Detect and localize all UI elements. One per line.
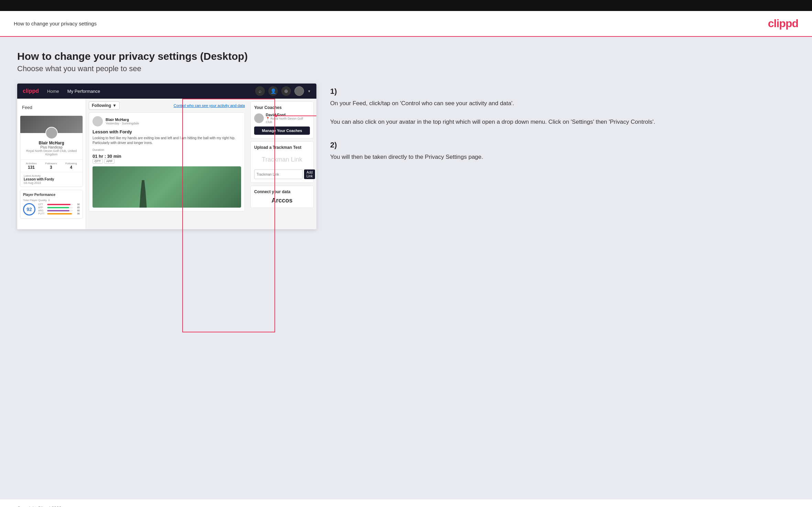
connect-card: Connect your data Arccos [250,186,314,208]
mock-body: Feed Blair McHarg Plus Handicap Royal No… [17,99,316,229]
performance-bars: OTT 90 APP [38,203,80,216]
feed-header: Following ▼ Control who can see your act… [89,101,245,110]
mock-browser-wrapper: clippd Home My Performance ⌕ 👤 ⊕ ▼ [17,84,316,229]
coaches-title: Your Coaches [254,105,310,110]
mock-logo: clippd [23,88,39,94]
feed-tab: Feed [17,102,86,113]
user-avatar [294,86,304,96]
location-icon: 📍 [266,117,270,120]
site-header: How to change your privacy settings clip… [0,11,812,37]
instruction-1-text: On your Feed, click/tap on 'Control who … [330,99,795,127]
globe-icon: ⊕ [281,86,291,96]
right-panel: Your Coaches David Ford 📍 Royal North De… [248,99,316,229]
profile-card: Blair McHarg Plus Handicap Royal North D… [20,115,83,187]
header-title: How to change your privacy settings [14,21,97,26]
instructions-panel: 1) On your Feed, click/tap on 'Control w… [327,84,795,175]
main-content: How to change your privacy settings (Des… [0,37,812,499]
bar-row-ott: OTT 90 [38,203,80,206]
post-golf-image [93,166,241,208]
trackman-input-row: Add Link [254,169,310,179]
trackman-placeholder: Trackman Link [254,153,310,167]
bar-row-arg: ARG 86 [38,209,80,212]
tag-app: APP [104,159,115,164]
copyright-text: Copyright Clippd 2022 [17,506,62,507]
stat-activities: Activities 131 [26,162,37,170]
person-icon: 👤 [268,86,278,96]
stat-following: Following 4 [65,162,77,170]
mock-browser: clippd Home My Performance ⌕ 👤 ⊕ ▼ [17,84,316,229]
quality-layout: 92 OTT 90 [23,203,80,216]
mock-sidebar: Feed Blair McHarg Plus Handicap Royal No… [17,99,86,229]
mock-nav-home: Home [47,89,59,94]
profile-stats: Activities 131 Followers 3 Following 4 [20,159,83,172]
clippd-logo: clippd [768,17,798,30]
bar-row-putt: PUTT 96 [38,212,80,215]
bar-row-app: APP 85 [38,206,80,209]
following-button[interactable]: Following ▼ [89,101,120,110]
manage-coaches-button[interactable]: Manage Your Coaches [254,126,310,135]
add-link-button[interactable]: Add Link [304,169,315,179]
post-header: Blair McHarg Yesterday · Sunningdale [93,116,241,126]
post-author-info: Blair McHarg Yesterday · Sunningdale [106,118,139,125]
mock-nav-performance: My Performance [67,89,100,94]
chevron-icon: ▼ [307,89,311,93]
connect-title: Connect your data [254,189,310,194]
post-duration: 01 hr : 30 min [93,154,241,159]
post-tags: OTT APP [93,159,241,164]
control-privacy-link[interactable]: Control who can see your activity and da… [174,103,245,108]
instruction-1: 1) On your Feed, click/tap on 'Control w… [330,87,795,127]
mock-nav-icons: ⌕ 👤 ⊕ ▼ [255,86,311,96]
post-author-avatar [93,116,103,126]
profile-background [20,116,83,133]
tag-ott: OTT [93,159,103,164]
profile-avatar [45,127,58,139]
trackman-title: Upload a Trackman Test [254,145,310,150]
latest-activity-section: Latest Activity Lesson with Fordy 03 Aug… [20,172,83,187]
mock-nav: clippd Home My Performance ⌕ 👤 ⊕ ▼ [17,84,316,99]
post-title: Lesson with Fordy [93,129,241,134]
trackman-input[interactable] [254,169,303,179]
profile-name: Blair McHarg [24,141,79,145]
player-performance-card: Player Performance Total Player Quality … [20,190,83,219]
coach-avatar [254,113,264,123]
trackman-card: Upload a Trackman Test Trackman Link Add… [250,141,314,183]
instruction-2: 2) You will then be taken directly to th… [330,141,795,162]
page-subtitle: Choose what you want people to see [17,64,795,73]
profile-handicap: Plus Handicap [24,145,79,149]
stat-followers: Followers 3 [45,162,57,170]
profile-club: Royal North Devon Golf Club, United King… [24,149,79,156]
search-icon: ⌕ [255,86,265,96]
coach-row: David Ford 📍 Royal North Devon Golf Club [254,113,310,124]
info-icon: ℹ [48,199,50,202]
coaches-card: Your Coaches David Ford 📍 Royal North De… [250,101,314,139]
page-title: How to change your privacy settings (Des… [17,51,795,62]
chevron-down-icon: ▼ [112,103,117,108]
coach-info: David Ford 📍 Royal North Devon Golf Club [266,113,310,124]
post-card: Blair McHarg Yesterday · Sunningdale Les… [89,112,245,211]
score-circle: 92 [23,203,35,216]
site-footer: Copyright Clippd 2022 [0,499,812,507]
arccos-brand: Arccos [254,197,310,204]
mock-feed: Following ▼ Control who can see your act… [86,99,248,229]
top-bar [0,0,812,11]
instruction-2-text: You will then be taken directly to the P… [330,152,795,162]
demo-layout: clippd Home My Performance ⌕ 👤 ⊕ ▼ [17,84,795,229]
golfer-silhouette [137,180,149,208]
post-description: Looking to feel like my hands are exitin… [93,136,241,145]
